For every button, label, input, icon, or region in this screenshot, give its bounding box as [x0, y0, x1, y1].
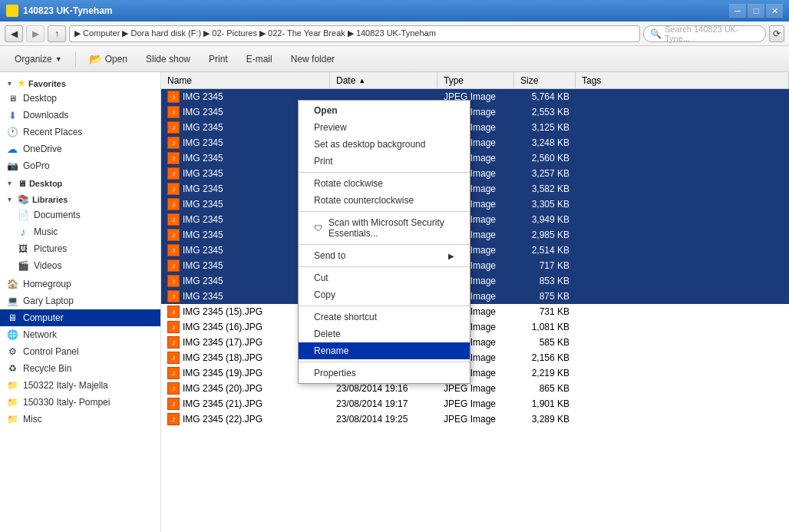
table-row[interactable]: J IMG 2345 JPEG Image 717 KB [161, 258, 789, 273]
col-header-tags[interactable]: Tags [576, 72, 789, 88]
context-menu-item[interactable]: Preview [299, 119, 470, 136]
ctx-item-label: Copy [314, 289, 335, 300]
new-folder-button[interactable]: New folder [282, 51, 343, 68]
file-name: IMG 2345 [183, 276, 223, 286]
table-row[interactable]: J IMG 2345 JPEG Image 853 KB [161, 273, 789, 289]
shield-icon: 🛡 [314, 223, 322, 233]
context-menu-item[interactable]: Set as desktop background [299, 136, 470, 153]
sidebar-item-computer[interactable]: Computer [0, 309, 160, 326]
col-header-date[interactable]: Date ▲ [330, 72, 437, 88]
table-row[interactable]: J IMG 2345 JPEG Image 2,553 KB [161, 104, 789, 120]
sidebar-item-downloads[interactable]: Downloads [0, 107, 160, 124]
sidebar-item-documents[interactable]: Documents [0, 207, 160, 223]
file-size-cell: 2,219 KB [514, 366, 576, 380]
table-row[interactable]: J IMG 2345 (22).JPG 23/08/2014 19:25 JPE… [161, 411, 789, 427]
context-menu-item[interactable]: Rotate clockwise [299, 175, 470, 192]
col-header-size[interactable]: Size [514, 72, 576, 88]
libraries-header[interactable]: ▼ Libraries [0, 191, 160, 207]
file-type-icon: J [167, 106, 180, 118]
search-box[interactable]: 🔍 Search 140823 UK-Tyne... [643, 25, 766, 42]
table-row[interactable]: J IMG 2345 JPEG Image 3,248 KB [161, 135, 789, 150]
close-button[interactable]: ✕ [766, 4, 783, 18]
homegroup-icon [7, 279, 18, 289]
file-size-cell: 875 KB [514, 289, 576, 303]
refresh-button[interactable]: ⟳ [769, 25, 784, 42]
file-tags-cell [576, 203, 789, 206]
minimize-button[interactable]: ─ [729, 4, 746, 18]
maximize-button[interactable]: □ [748, 4, 764, 18]
address-text: ▶ Computer ▶ Dora hard disk (F:) ▶ 02- P… [74, 28, 436, 38]
col-header-name[interactable]: Name [161, 72, 330, 88]
sidebar-item-italy-majella[interactable]: 150322 Italy- Majella [0, 377, 160, 394]
table-row[interactable]: J IMG 2345 JPEG Image 5,764 KB [161, 89, 789, 104]
sort-asc-icon: ▲ [358, 77, 365, 84]
table-row[interactable]: J IMG 2345 JPEG Image 3,582 KB [161, 181, 789, 197]
table-row[interactable]: J IMG 2345 JPEG Image 2,985 KB [161, 227, 789, 243]
open-button[interactable]: 📂 Open [81, 50, 136, 68]
table-row[interactable]: J IMG 2345 (17).JPG 23/08/2014 18:47 JPE… [161, 335, 789, 350]
file-size-cell: 2,985 KB [514, 228, 576, 242]
file-tags-cell [576, 218, 789, 221]
organize-button[interactable]: Organize ▼ [6, 51, 71, 68]
sidebar-item-gopro[interactable]: GoPro [0, 157, 160, 174]
table-row[interactable]: J IMG 2345 (20).JPG 23/08/2014 19:16 JPE… [161, 381, 789, 396]
context-menu-item[interactable]: Properties [299, 365, 470, 382]
table-row[interactable]: J IMG 2345 JPEG Image 2,560 KB [161, 150, 789, 166]
table-row[interactable]: J IMG 2345 JPEG Image 3,305 KB [161, 197, 789, 212]
address-path[interactable]: ▶ Computer ▶ Dora hard disk (F:) ▶ 02- P… [69, 25, 640, 42]
sidebar-item-music[interactable]: Music [0, 223, 160, 240]
table-row[interactable]: J IMG 2345 JPEG Image 3,949 KB [161, 212, 789, 227]
sidebar-item-recent[interactable]: Recent Places [0, 124, 160, 140]
context-menu-item[interactable]: Create shortcut [299, 309, 470, 325]
sidebar-item-network[interactable]: Network [0, 326, 160, 343]
pictures-icon [18, 243, 28, 254]
sidebar-item-misc[interactable]: Misc [0, 411, 160, 428]
sidebar-item-pictures[interactable]: Pictures [0, 240, 160, 257]
table-row[interactable]: J IMG 2345 (15).JPG 23/08/2014 18:45 JPE… [161, 304, 789, 319]
table-row[interactable]: J IMG 2345 (18).JPG 23/08/2014 18:57 JPE… [161, 350, 789, 365]
context-menu-item[interactable]: Print [299, 153, 470, 170]
sidebar-item-italy-pompei[interactable]: 150330 Italy- Pompei [0, 394, 160, 411]
open-icon: 📂 [89, 53, 102, 65]
file-name-cell: J IMG 2345 (22).JPG [161, 411, 330, 427]
libraries-icon [18, 194, 29, 205]
context-menu-item[interactable]: Cut [299, 269, 470, 286]
table-row[interactable]: J IMG 2345 JPEG Image 3,125 KB [161, 120, 789, 135]
desktop2-header[interactable]: ▼ Desktop [0, 176, 160, 190]
up-button[interactable]: ↑ [48, 25, 66, 42]
table-row[interactable]: J IMG 2345 JPEG Image 875 KB [161, 289, 789, 304]
ctx-item-label: Scan with Microsoft Security Essentials.… [328, 217, 454, 239]
favorites-header[interactable]: ▼ Favorites [0, 75, 160, 90]
context-menu-item[interactable]: Open [299, 102, 470, 119]
file-tags-cell [576, 141, 789, 144]
table-row[interactable]: J IMG 2345 JPEG Image 2,514 KB [161, 243, 789, 258]
context-menu-item[interactable]: Rotate counterclockwise [299, 192, 470, 209]
table-row[interactable]: J IMG 2345 JPEG Image 3,257 KB [161, 166, 789, 181]
sidebar-item-control-panel[interactable]: Control Panel [0, 343, 160, 360]
table-row[interactable]: J IMG 2345 (16).JPG 23/08/2014 18:47 JPE… [161, 319, 789, 335]
sidebar-item-homegroup[interactable]: Homegroup [0, 276, 160, 292]
slideshow-button[interactable]: Slide show [137, 51, 199, 68]
print-label: Print [209, 54, 228, 64]
back-button[interactable]: ◀ [5, 25, 23, 42]
sidebar-item-gary-laptop[interactable]: Gary Laptop [0, 292, 160, 309]
forward-button[interactable]: ▶ [26, 25, 45, 42]
file-name: IMG 2345 (16).JPG [183, 322, 262, 332]
print-button[interactable]: Print [200, 51, 236, 68]
email-button[interactable]: E-mail [238, 51, 281, 68]
context-menu-item[interactable]: Copy [299, 286, 470, 303]
sidebar-item-onedrive[interactable]: OneDrive [0, 140, 160, 157]
context-menu-item[interactable]: Rename [299, 342, 470, 359]
table-row[interactable]: J IMG 2345 (21).JPG 23/08/2014 19:17 JPE… [161, 396, 789, 411]
sidebar-item-recycle-bin[interactable]: Recycle Bin [0, 360, 160, 377]
sidebar-item-videos[interactable]: Videos [0, 257, 160, 274]
file-tags-cell [576, 402, 789, 405]
context-menu-item[interactable]: 🛡Scan with Microsoft Security Essentials… [299, 214, 470, 242]
file-size-cell: 2,514 KB [514, 243, 576, 257]
col-header-type[interactable]: Type [437, 72, 514, 88]
table-row[interactable]: J IMG 2345 (19).JPG 23/08/2014 19:04 JPE… [161, 365, 789, 381]
context-menu-item[interactable]: Send to▶ [299, 247, 470, 264]
sidebar-item-desktop[interactable]: Desktop [0, 90, 160, 107]
context-menu-item[interactable]: Delete [299, 325, 470, 342]
gary-laptop-label: Gary Laptop [23, 296, 74, 306]
